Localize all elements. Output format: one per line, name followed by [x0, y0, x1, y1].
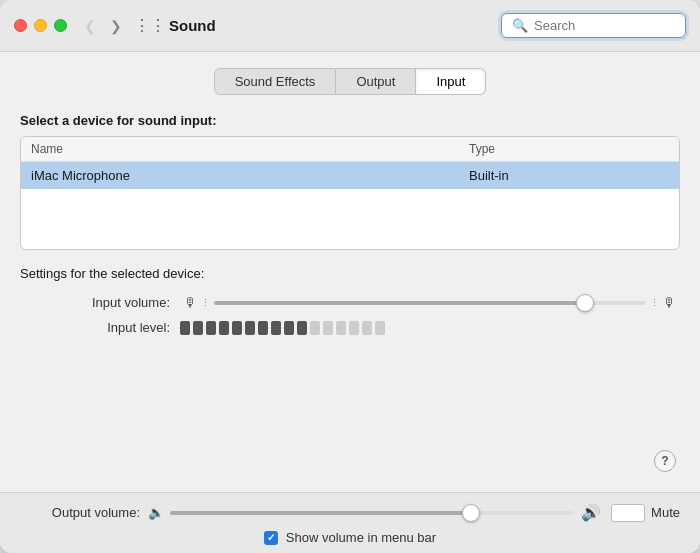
device-name: iMac Microphone [31, 168, 469, 183]
tab-input[interactable]: Input [416, 68, 486, 95]
maximize-button[interactable] [54, 19, 67, 32]
device-type: Built-in [469, 168, 669, 183]
level-bar-14 [349, 321, 359, 335]
table-row[interactable]: iMac Microphone Built-in [21, 162, 679, 189]
level-bar-8 [271, 321, 281, 335]
table-empty-area [21, 189, 679, 249]
main-content: Sound Effects Output Input Select a devi… [0, 52, 700, 492]
col-type-header: Type [469, 142, 669, 156]
mute-checkbox[interactable] [611, 504, 645, 522]
help-button[interactable]: ? [654, 450, 676, 472]
level-bar-3 [206, 321, 216, 335]
input-volume-slider[interactable] [214, 301, 646, 305]
checkmark-icon: ✓ [267, 533, 275, 543]
show-volume-label: Show volume in menu bar [286, 530, 436, 545]
speaker-icon-small: 🔈 [148, 505, 164, 520]
nav-arrows: ❮ ❯ [79, 15, 127, 37]
input-level-row: Input level: [20, 320, 680, 335]
search-box[interactable]: 🔍 [501, 13, 686, 38]
level-bar-11 [310, 321, 320, 335]
close-button[interactable] [14, 19, 27, 32]
grid-icon: ⋮⋮ [139, 15, 161, 37]
level-bar-6 [245, 321, 255, 335]
mute-row: Mute [611, 504, 680, 522]
tab-sound-effects[interactable]: Sound Effects [214, 68, 337, 95]
tabs: Sound Effects Output Input [20, 68, 680, 95]
level-bar-4 [219, 321, 229, 335]
show-volume-row: ✓ Show volume in menu bar [20, 530, 680, 545]
show-volume-checkbox[interactable]: ✓ [264, 531, 278, 545]
traffic-lights [14, 19, 67, 32]
minimize-button[interactable] [34, 19, 47, 32]
forward-button[interactable]: ❯ [105, 15, 127, 37]
level-bar-5 [232, 321, 242, 335]
level-bar-13 [336, 321, 346, 335]
level-bar-9 [284, 321, 294, 335]
level-bar-12 [323, 321, 333, 335]
level-bar-10 [297, 321, 307, 335]
volume-dots-left: ⋮ [201, 298, 210, 308]
mic-icon-small: 🎙 [184, 295, 197, 310]
level-bar-15 [362, 321, 372, 335]
search-icon: 🔍 [512, 18, 528, 33]
settings-section: Settings for the selected device: Input … [20, 266, 680, 450]
output-volume-label: Output volume: [20, 505, 140, 520]
search-input[interactable] [534, 18, 675, 33]
input-level-label: Input level: [60, 320, 170, 335]
input-volume-row: Input volume: 🎙 ⋮ ⋮ 🎙 [20, 295, 680, 310]
bottom-bar: Output volume: 🔈 🔊 Mute ✓ Show volume in… [0, 492, 700, 553]
titlebar: ❮ ❯ ⋮⋮ Sound 🔍 [0, 0, 700, 52]
device-table: Name Type iMac Microphone Built-in [20, 136, 680, 250]
level-bar-7 [258, 321, 268, 335]
output-slider-thumb[interactable] [462, 504, 480, 522]
mute-label: Mute [651, 505, 680, 520]
settings-label: Settings for the selected device: [20, 266, 680, 281]
level-bar-1 [180, 321, 190, 335]
help-btn-row: ? [20, 450, 680, 472]
mic-icon-large: 🎙 [663, 295, 676, 310]
level-bar-16 [375, 321, 385, 335]
input-level-bars [180, 321, 385, 335]
volume-dots-right: ⋮ [650, 298, 659, 308]
input-volume-label: Input volume: [60, 295, 170, 310]
section-label: Select a device for sound input: [20, 113, 680, 128]
slider-thumb[interactable] [576, 294, 594, 312]
window: ❮ ❯ ⋮⋮ Sound 🔍 Sound Effects Output Inpu… [0, 0, 700, 553]
window-title: Sound [169, 17, 501, 34]
tab-output[interactable]: Output [336, 68, 416, 95]
table-header: Name Type [21, 137, 679, 162]
col-name-header: Name [31, 142, 469, 156]
speaker-icon-large: 🔊 [581, 503, 601, 522]
back-button[interactable]: ❮ [79, 15, 101, 37]
output-volume-slider[interactable] [170, 511, 573, 515]
level-bar-2 [193, 321, 203, 335]
output-volume-row: Output volume: 🔈 🔊 Mute [20, 503, 680, 522]
